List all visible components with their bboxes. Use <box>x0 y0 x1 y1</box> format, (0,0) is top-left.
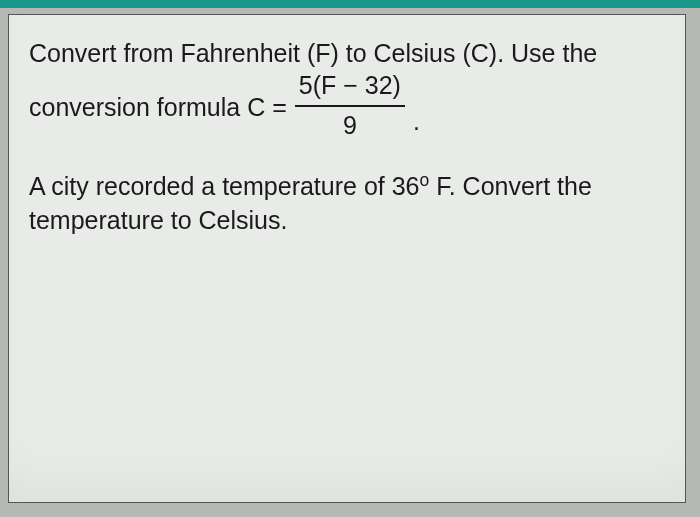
problem-statement: Convert from Fahrenheit (F) to Celsius (… <box>29 37 665 238</box>
degree-symbol: o <box>420 170 430 190</box>
formula-line: conversion formula C = 5(F − 32) 9 . <box>29 71 665 145</box>
formula-prefix: conversion formula C = <box>29 91 287 125</box>
conversion-fraction: 5(F − 32) 9 <box>295 69 405 143</box>
question-part1: A city recorded a temperature of <box>29 172 392 200</box>
temperature-value-wrap: 36o F. Convert the <box>392 172 592 200</box>
question-line2: temperature to Celsius. <box>29 206 287 234</box>
fraction-denominator: 9 <box>339 107 361 143</box>
window-top-accent <box>0 0 700 8</box>
temperature-unit: F. Convert the <box>429 172 592 200</box>
formula-period: . <box>413 105 420 145</box>
fraction-numerator: 5(F − 32) <box>295 69 405 107</box>
question-paragraph: A city recorded a temperature of 36o F. … <box>29 170 665 238</box>
intro-line: Convert from Fahrenheit (F) to Celsius (… <box>29 37 665 71</box>
problem-page: Convert from Fahrenheit (F) to Celsius (… <box>8 14 686 503</box>
temperature-value: 36 <box>392 172 420 200</box>
